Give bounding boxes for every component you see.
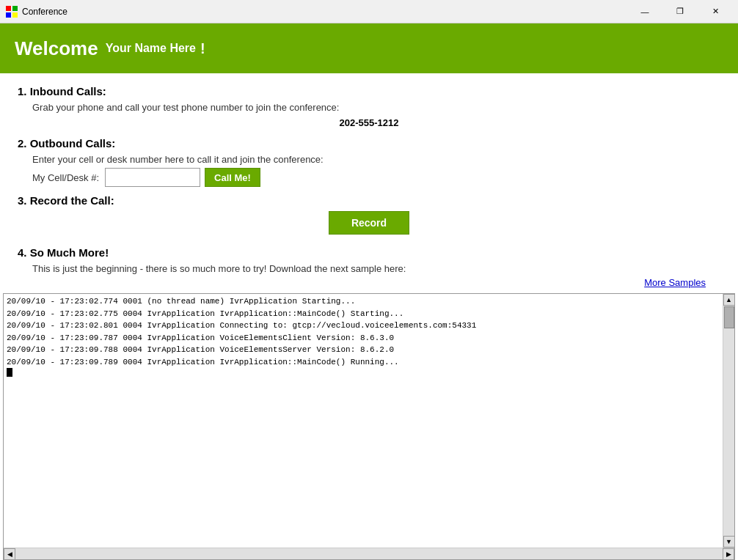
restore-button[interactable]: ❐ — [663, 1, 697, 23]
log-line: 20/09/10 - 17:23:09.788 0004 IvrApplicat… — [7, 344, 720, 356]
log-line: 20/09/10 - 17:23:02.775 0004 IvrApplicat… — [7, 308, 720, 320]
svg-rect-1 — [12, 6, 18, 11]
more-samples-link[interactable]: More Samples — [644, 277, 706, 288]
scroll-h-track[interactable] — [15, 548, 723, 560]
outbound-desc: Enter your cell or desk number here to c… — [32, 154, 720, 165]
svg-rect-2 — [6, 12, 11, 18]
scroll-up-button[interactable]: ▲ — [723, 294, 735, 306]
main-content: 1. Inbound Calls: Grab your phone and ca… — [0, 73, 738, 560]
record-section: 3. Record the Call: Record — [18, 194, 720, 235]
svg-rect-3 — [12, 12, 18, 18]
inbound-desc: Grab your phone and call your test phone… — [32, 102, 720, 113]
outbound-row: My Cell/Desk #: Call Me! — [32, 168, 720, 187]
record-btn-row: Record — [18, 211, 720, 235]
minimize-button[interactable]: — — [628, 1, 662, 23]
log-cursor — [7, 368, 12, 377]
content-top: 1. Inbound Calls: Grab your phone and ca… — [0, 73, 738, 293]
phone-number: 202-555-1212 — [18, 117, 720, 128]
close-button[interactable]: ✕ — [698, 1, 732, 23]
inbound-title: 1. Inbound Calls: — [18, 85, 720, 97]
welcome-text: Welcome — [15, 37, 98, 60]
horizontal-scrollbar[interactable]: ◀ ▶ — [4, 548, 734, 559]
more-section: 4. So Much More! This is just the beginn… — [18, 246, 720, 274]
scroll-down-button[interactable]: ▼ — [723, 536, 735, 548]
scroll-right-button[interactable]: ▶ — [723, 548, 734, 560]
log-line: 20/09/10 - 17:23:02.801 0004 IvrApplicat… — [7, 320, 720, 332]
vertical-scrollbar[interactable]: ▲ ▼ — [723, 294, 734, 548]
header-banner: Welcome Your Name Here ! — [0, 23, 738, 73]
record-title: 3. Record the Call: — [18, 194, 720, 207]
log-cursor-line — [7, 368, 720, 381]
exclaim-text: ! — [200, 40, 205, 57]
log-container: 20/09/10 - 17:23:02.774 0001 (no thread … — [3, 293, 735, 560]
cell-desk-label: My Cell/Desk #: — [32, 172, 99, 183]
more-desc: This is just the beginning - there is so… — [32, 263, 720, 274]
log-line: 20/09/10 - 17:23:09.787 0004 IvrApplicat… — [7, 332, 720, 345]
app-icon — [6, 6, 18, 18]
title-bar-text: Conference — [22, 7, 628, 17]
log-line: 20/09/10 - 17:23:09.789 0004 IvrApplicat… — [7, 356, 720, 369]
scroll-thumb[interactable] — [724, 306, 734, 328]
title-bar-controls: — ❐ ✕ — [628, 1, 732, 23]
outbound-section: 2. Outbound Calls: Enter your cell or de… — [18, 137, 720, 187]
log-line: 20/09/10 - 17:23:02.774 0001 (no thread … — [7, 295, 720, 308]
log-with-scrollbar: 20/09/10 - 17:23:02.774 0001 (no thread … — [4, 294, 734, 548]
scroll-track[interactable] — [723, 306, 735, 536]
title-bar: Conference — ❐ ✕ — [0, 0, 738, 23]
record-button[interactable]: Record — [329, 211, 409, 235]
log-scroll[interactable]: 20/09/10 - 17:23:02.774 0001 (no thread … — [4, 294, 723, 548]
svg-rect-0 — [6, 6, 11, 11]
scroll-left-button[interactable]: ◀ — [4, 548, 15, 560]
more-title: 4. So Much More! — [18, 246, 720, 259]
content-sections: 1. Inbound Calls: Grab your phone and ca… — [0, 73, 738, 293]
call-me-button[interactable]: Call Me! — [205, 168, 260, 187]
inbound-section: 1. Inbound Calls: Grab your phone and ca… — [18, 85, 720, 128]
cell-desk-input[interactable] — [105, 168, 200, 187]
outbound-title: 2. Outbound Calls: — [18, 137, 720, 150]
username-text: Your Name Here — [106, 42, 196, 55]
